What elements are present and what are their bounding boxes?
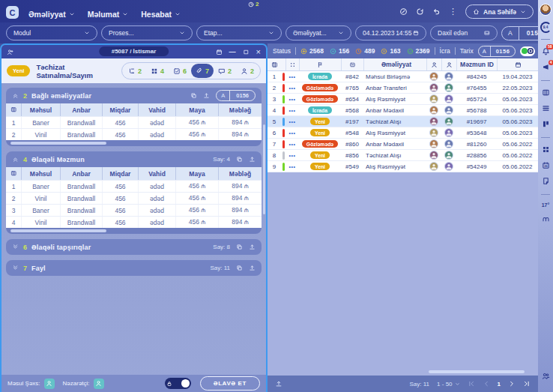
column-header[interactable]: Anbar: [60, 167, 102, 180]
refresh-icon[interactable]: [416, 7, 424, 16]
record-tab-clip[interactable]: 7: [191, 64, 214, 78]
record-tab-checksq[interactable]: 6: [169, 64, 191, 78]
current-page[interactable]: 1: [498, 381, 501, 388]
entry-input[interactable]: Daxil edən: [430, 25, 498, 40]
view-toggle[interactable]: [520, 46, 535, 56]
assign-user-icon[interactable]: [7, 49, 13, 55]
copy-icon[interactable]: [236, 244, 243, 250]
responsible-user-chip[interactable]: [44, 379, 55, 389]
column-header[interactable]: Maya: [175, 167, 218, 180]
menu-əməliyyat[interactable]: Əməliyyat: [28, 10, 75, 19]
column-header[interactable]: Anbar: [60, 103, 102, 116]
upload-icon[interactable]: [249, 156, 256, 163]
copy-icon[interactable]: [236, 265, 243, 271]
avatar[interactable]: [429, 72, 438, 81]
avatar[interactable]: [444, 94, 453, 103]
panel-calendar-icon[interactable]: [216, 49, 223, 55]
avatar[interactable]: [429, 106, 438, 115]
column-header[interactable]: Məhsul: [21, 103, 60, 116]
announcements-button[interactable]: 4: [542, 63, 550, 71]
temperature-widget[interactable]: 17°: [542, 202, 550, 208]
column-header[interactable]: Maya: [175, 103, 218, 116]
score-gauge[interactable]: 9.4: [540, 22, 552, 33]
column-header[interactable]: Miqdar: [102, 103, 138, 116]
avatar[interactable]: [444, 117, 453, 126]
app-logo[interactable]: C: [6, 6, 19, 19]
avatar[interactable]: [444, 162, 453, 171]
status-counter-1[interactable]: 156: [330, 47, 349, 55]
operation-row[interactable]: 9•••Yeni#549Alış Rəsmiyyət#5424905.06.20…: [268, 161, 538, 172]
row-menu[interactable]: •••: [285, 161, 299, 172]
avatar[interactable]: [429, 83, 438, 92]
column-header-icon[interactable]: [6, 103, 21, 116]
column-header[interactable]: Məbləğ: [218, 167, 262, 180]
section-header[interactable]: 7FaylSay: 11: [6, 260, 262, 276]
record-tab-chat[interactable]: 2: [214, 64, 236, 78]
code-badge[interactable]: A 0156: [478, 46, 516, 57]
row-menu[interactable]: •••: [285, 127, 299, 138]
maximize-icon[interactable]: [243, 49, 250, 55]
user-column-icon[interactable]: [446, 61, 453, 68]
avatar[interactable]: [429, 151, 438, 160]
home-button[interactable]: Ana Səhifə: [465, 4, 534, 19]
operation-row[interactable]: 8•••Yeni#856Təchizat Alışı#2885605.06.20…: [268, 150, 538, 161]
row-menu[interactable]: •••: [285, 105, 299, 115]
operation-row[interactable]: 6•••Yeni#548Alış Rəsmiyyət#5364805.06.20…: [268, 127, 538, 139]
table-row[interactable]: 1BanerBrandwall456ədəd456 ₼894 ₼: [6, 180, 262, 192]
calendar-button[interactable]: 26: [542, 161, 550, 169]
list-view-button[interactable]: [542, 104, 550, 112]
table-row[interactable]: 1BanerBrandwall456ədəd456 ₼894 ₼: [6, 116, 262, 128]
horizontal-scrollbar[interactable]: [10, 229, 106, 232]
table-row[interactable]: 2VinilBrandwall456ədəd456 ₼894 ₼: [6, 192, 262, 204]
date-picker[interactable]: 04.12.2023 14:55: [355, 25, 426, 40]
row-menu[interactable]: •••: [285, 139, 299, 149]
date-column-icon[interactable]: [515, 61, 522, 68]
columns-view-button[interactable]: [542, 88, 550, 97]
table-row[interactable]: 4VinilBrandwall456ədəd456 ₼894 ₼: [6, 216, 262, 228]
status-counter-0[interactable]: 2568: [300, 47, 324, 55]
board-view-button[interactable]: [542, 120, 550, 128]
status-counter-4[interactable]: 2369: [407, 47, 430, 55]
page-size-select[interactable]: 1 - 50: [437, 381, 459, 388]
add-button[interactable]: ƏLAVƏ ET: [200, 376, 260, 391]
copy-icon[interactable]: [190, 92, 197, 99]
operation-row[interactable]: 5•••Yeni#197Təchizat Alışı#1969705.06.20…: [268, 116, 538, 127]
column-header[interactable]: Məbləğ: [218, 103, 262, 116]
operation-row[interactable]: 1•••İcrada#842Məhsul Birləşmə#8424519.04…: [268, 71, 538, 82]
operation-column-label[interactable]: Əməliyyat: [381, 61, 411, 68]
avatar[interactable]: [444, 139, 453, 148]
status-column-icon[interactable]: [317, 61, 324, 68]
menu-hesabat[interactable]: Hesabat: [141, 10, 181, 19]
operation-row[interactable]: 7•••Gözləmədə#860Anbar Mədaxil#8126005.0…: [268, 139, 538, 150]
avatar[interactable]: [429, 139, 438, 148]
section-header[interactable]: 2Bağlı əməliyyatlarA0156: [6, 88, 262, 103]
copy-icon[interactable]: [236, 156, 243, 163]
icra-filter[interactable]: İcra: [440, 47, 450, 55]
operation-row[interactable]: 3•••Gözləmədə#654Alış Rəsmiyyət#6572405.…: [268, 94, 538, 105]
columns-icon[interactable]: [271, 61, 278, 68]
avatar[interactable]: [444, 83, 453, 92]
column-header[interactable]: Vahid: [138, 103, 175, 116]
table-row[interactable]: 2VinilBrandwall456ədəd456 ₼894 ₼: [6, 128, 262, 140]
apps-button[interactable]: [542, 145, 550, 154]
grid-menu-icon[interactable]: [289, 61, 296, 68]
clock-chip[interactable]: 2: [248, 1, 259, 7]
user-avatar[interactable]: [540, 4, 552, 16]
avatar[interactable]: [429, 128, 438, 137]
status-counter-2[interactable]: 489: [355, 47, 375, 55]
row-menu[interactable]: •••: [285, 82, 299, 93]
supervisor-user-chip[interactable]: [94, 379, 104, 389]
avatar[interactable]: [429, 162, 438, 171]
last-page-icon[interactable]: [523, 380, 531, 388]
section-header[interactable]: 6Əlaqəli tapşırıqlarSay: 8: [6, 239, 262, 255]
upload-icon[interactable]: [249, 244, 256, 250]
menu-məlumat[interactable]: Məlumat: [88, 10, 129, 19]
first-page-icon[interactable]: [468, 380, 475, 388]
row-menu[interactable]: •••: [285, 150, 299, 160]
row-menu[interactable]: •••: [285, 94, 299, 104]
undo-icon[interactable]: [432, 7, 441, 16]
user-column-icon[interactable]: [431, 61, 438, 68]
lock-toggle[interactable]: [165, 378, 191, 389]
record-tab-tree[interactable]: 2: [124, 64, 146, 78]
avatar[interactable]: [444, 128, 453, 137]
